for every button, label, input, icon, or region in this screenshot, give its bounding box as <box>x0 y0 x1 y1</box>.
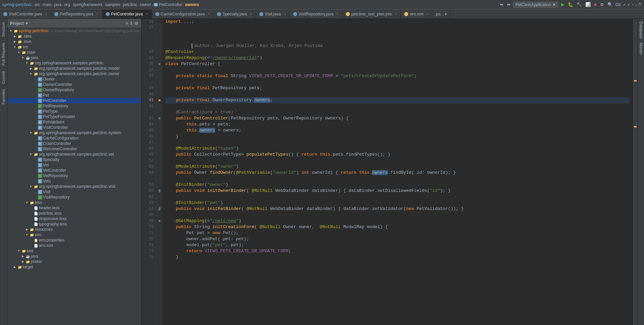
tree-item-owner-repository[interactable]: I OwnerRepository <box>7 87 141 93</box>
tree-item-visit[interactable]: C Visit <box>7 189 141 195</box>
gear-gutter-icon[interactable]: ⚙ <box>157 115 162 121</box>
tree-item-specialty[interactable]: C Specialty <box>7 157 141 162</box>
settings-icon[interactable]: ⚙ <box>599 2 605 7</box>
tree-item-owner[interactable]: C Owner <box>7 76 141 82</box>
tree-item-responsive-less[interactable]: 📄 responsive.less <box>7 216 141 221</box>
dot-gutter-icon[interactable]: ● <box>157 97 162 103</box>
tree-item-pkg-petclinic[interactable]: ▼ 📁 org.springframework.samples.petclini… <box>7 60 141 66</box>
tab-specialty[interactable]: Specialty.java ✕ <box>214 9 256 19</box>
tab-close-icon[interactable]: ✕ <box>96 12 99 16</box>
tree-item-vets[interactable]: C Vets <box>7 178 141 184</box>
at-gutter-icon[interactable]: @ <box>157 206 162 212</box>
project-tree-body[interactable]: ▼ 📁 spring-petclinic C:\Users\Neeraj Ver… <box>7 28 141 325</box>
code-content[interactable]: import ...; Author: Juergen Hoeller, Ken… <box>163 19 633 325</box>
tree-item-pet-controller[interactable]: C PetController <box>7 98 141 103</box>
database-icon[interactable]: Database <box>639 20 643 40</box>
tree-item-mvn[interactable]: ▶ 📁 .mvn <box>7 39 141 44</box>
tab-close-icon[interactable]: ✕ <box>146 12 148 16</box>
debug-icon[interactable]: 🐛 <box>567 2 574 7</box>
tab-close-icon[interactable]: ✕ <box>250 12 252 16</box>
tab-close-icon[interactable]: ✕ <box>426 12 429 16</box>
tree-item-java[interactable]: ▼ ☕ java <box>7 55 141 60</box>
tree-item-pet-type[interactable]: C PetType <box>7 109 141 114</box>
nav-back-icon[interactable]: ⬅ <box>499 2 504 7</box>
tab-close-icon[interactable]: ✕ <box>45 12 47 16</box>
tree-item-jmeter[interactable]: ▶ 📁 jmeter <box>7 259 141 264</box>
tab-visit-repository[interactable]: VisitRepository.java ✕ <box>290 9 342 19</box>
breadcrumb-item[interactable]: springframework <box>73 2 103 7</box>
tree-item-src[interactable]: ▼ 📁 src <box>7 44 141 50</box>
tree-item-header-less[interactable]: 📄 header.less <box>7 205 141 211</box>
breadcrumb-item[interactable]: petclinic <box>123 2 137 7</box>
tab-wro-xml[interactable]: wro.xml ✕ <box>401 9 432 19</box>
tree-item-wro-properties[interactable]: 📋 wro.properties <box>7 237 141 243</box>
tree-item-test[interactable]: ▼ 📁 test <box>7 248 141 254</box>
tab-jmx[interactable]: petclinic_test_plan.jmx ✕ <box>342 9 401 19</box>
tab-close-icon[interactable]: ✕ <box>283 12 286 16</box>
tree-item-pet[interactable]: C Pet <box>7 93 141 98</box>
app-selector[interactable]: PetClinicApplication ▼ <box>513 2 558 8</box>
tree-item-less[interactable]: ▼ 📁 less <box>7 200 141 205</box>
tree-item-target[interactable]: ▶ 📁 target <box>7 264 141 270</box>
tree-item-cache-config[interactable]: C CacheConfiguration <box>7 136 141 141</box>
tree-item-wro[interactable]: ▼ 📁 wro <box>7 232 141 237</box>
tree-item-petclinic-less[interactable]: 📄 petclinic.less <box>7 211 141 216</box>
tab-close-icon[interactable]: ✕ <box>394 12 397 16</box>
expand-icon[interactable]: ⇕ <box>129 21 133 26</box>
breadcrumb-item[interactable]: main <box>43 2 51 7</box>
breadcrumb-item[interactable]: java <box>54 2 61 7</box>
tree-item-pkg-vet[interactable]: ▼ 📁 org.springframework.samples.petclini… <box>7 152 141 157</box>
tree-item-welcome-controller[interactable]: C WelcomeController <box>7 146 141 152</box>
tree-item-main[interactable]: ▼ 📁 main <box>7 50 141 55</box>
tab-cache-configuration[interactable]: CacheConfiguration.java ✕ <box>152 9 214 19</box>
code-editor[interactable]: 18 27 33 34 35 36 37 39 40 41 42 43 44 4… <box>142 19 637 325</box>
breadcrumb-item[interactable]: owner <box>140 2 151 7</box>
tree-item-vet-controller[interactable]: C VetController <box>7 168 141 173</box>
tree-item-vet[interactable]: C Vet <box>7 162 141 168</box>
tree-item-pkg-system[interactable]: ▼ 📁 org.springframework.samples.petclini… <box>7 130 141 136</box>
tree-item-crash-controller[interactable]: C CrashController <box>7 141 141 146</box>
breadcrumb-item[interactable]: src <box>35 2 40 7</box>
at-gutter-icon[interactable]: @ <box>157 188 162 194</box>
build-icon[interactable]: 🔨 <box>576 2 583 7</box>
breadcrumb-item[interactable]: C PetController <box>154 2 182 7</box>
tree-item-pkg-owner[interactable]: ▼ 📁 org.springframework.samples.petclini… <box>7 71 141 76</box>
gear-gutter-icon[interactable]: ⚙ <box>157 61 162 67</box>
tree-item-wro-xml[interactable]: 📄 wro.xml <box>7 243 141 248</box>
tab-more[interactable]: po... ▾ <box>432 9 450 19</box>
sidebar-label-commit[interactable]: Commit <box>0 68 7 87</box>
sidebar-label-structure[interactable]: Structure <box>0 19 7 40</box>
run-icon[interactable]: ▶ <box>560 2 565 7</box>
tree-item-typography-less[interactable]: 📄 typography.less <box>7 221 141 227</box>
sidebar-label-pull-requests[interactable]: Pull Requests <box>0 40 7 68</box>
tree-item-owner-controller[interactable]: C OwnerController <box>7 82 141 87</box>
gear-gutter-icon[interactable]: ⚙ <box>157 218 162 224</box>
tree-item-vet-repository[interactable]: I VetRepository <box>7 173 141 178</box>
tree-item-pkg-model[interactable]: ▶ 📁 org.springframework.samples.petclini… <box>7 66 141 71</box>
breadcrumb-item[interactable]: org <box>64 2 70 7</box>
maven-icon[interactable]: Maven <box>639 41 643 56</box>
tab-visit-controller[interactable]: VisitController.java ✕ <box>0 9 51 19</box>
tab-close-icon[interactable]: ✕ <box>207 12 210 16</box>
tree-item-visit-repository[interactable]: I VisitRepository <box>7 195 141 200</box>
stop-icon[interactable]: ■ <box>593 2 597 7</box>
nav-forward-icon[interactable]: ➡ <box>506 2 511 7</box>
breadcrumb-item[interactable]: samples <box>105 2 120 7</box>
tree-item-pkg-visit[interactable]: ▼ 📁 org.springframework.samples.petclini… <box>7 184 141 189</box>
tree-item-pet-validator[interactable]: C PetValidator <box>7 119 141 125</box>
coverage-icon[interactable]: 📊 <box>585 2 591 7</box>
tree-item-pet-repository[interactable]: I PetRepository <box>7 103 141 109</box>
search-icon[interactable]: 🔍 <box>607 2 613 7</box>
sidebar-label-favorites[interactable]: Favorites <box>0 86 7 107</box>
right-scroll-gutter[interactable] <box>633 19 637 325</box>
tree-item-root[interactable]: ▼ 📁 spring-petclinic C:\Users\Neeraj Ver… <box>7 28 141 34</box>
tab-pet-repository[interactable]: PetRepository.java ✕ <box>51 9 102 19</box>
tree-item-idea[interactable]: ▶ 📁 .idea <box>7 34 141 39</box>
settings-tree-icon[interactable]: ⚙ <box>135 21 139 26</box>
tab-visit[interactable]: Visit.java ✕ <box>256 9 290 19</box>
tree-item-test-java[interactable]: ▶ ☕ java <box>7 254 141 259</box>
tree-item-visit-controller[interactable]: C VisitController <box>7 125 141 130</box>
tab-pet-controller[interactable]: PetController.java ✕ <box>102 9 152 19</box>
collapse-all-icon[interactable]: ≡ <box>125 21 128 26</box>
tree-item-resources[interactable]: ▶ 📁 resources <box>7 227 141 232</box>
